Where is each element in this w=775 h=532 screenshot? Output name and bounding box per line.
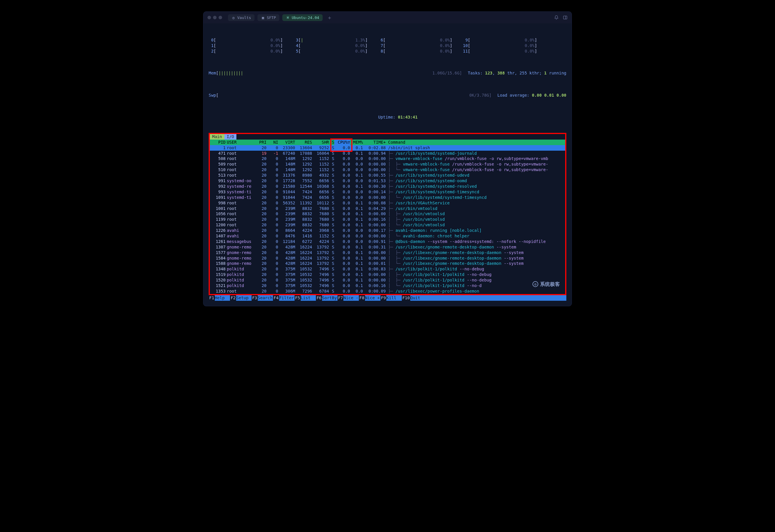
table-row[interactable]: 1056root200239M88327680S0.00.10:00.00│ ├…: [210, 211, 565, 217]
fkey-f1[interactable]: F1Help: [209, 295, 230, 301]
table-row[interactable]: 1226avahi200866442243968S0.00.00:00.17├─…: [210, 228, 565, 233]
tab-label: Vaults: [237, 15, 251, 20]
fkey-f10[interactable]: F10Quit: [402, 295, 426, 301]
fkey-f9[interactable]: F9Kill: [380, 295, 402, 301]
vault-icon: ◎: [232, 15, 236, 20]
fkey-f7[interactable]: F7Nice -: [338, 295, 359, 301]
fkey-f3[interactable]: F3Search: [252, 295, 273, 301]
tab-sftp[interactable]: ▣ SFTP: [258, 14, 279, 21]
table-row[interactable]: 1root20023300136049252S0.00.10:02.88/sbi…: [210, 145, 565, 151]
bell-icon[interactable]: [554, 15, 559, 20]
terminal-window: ◎ Vaults ▣ SFTP ⌘ Ubuntu-24.04 + 0[0.0%]…: [204, 12, 571, 306]
tasks-count: 123: [485, 70, 492, 76]
tasks-kthr: 255 kthr;: [519, 70, 542, 76]
table-row[interactable]: 1407avahi200847614161152S0.00.00:00.00│ …: [210, 233, 565, 239]
cpu-meter-1: 1[0.0%]: [209, 43, 293, 48]
load-label: Load average:: [497, 93, 529, 98]
swp-value: 0K/3.78G: [469, 93, 489, 98]
process-list-highlight: MainI/O PID USER PRI NI VIRT RES SHR S C…: [209, 133, 566, 295]
col-res[interactable]: RES: [295, 140, 312, 145]
table-row[interactable]: 513root2003137689804932S0.00.10:00.55├─ …: [210, 173, 565, 178]
col-pid[interactable]: PID: [210, 140, 226, 145]
panel-tabs: MainI/O: [210, 134, 565, 140]
tab-io[interactable]: I/O: [225, 134, 237, 140]
table-row[interactable]: 1520polkitd200375M105327496S0.00.10:00.0…: [210, 277, 565, 283]
table-row[interactable]: 991systemd-oo2001772875526656S0.00.00:01…: [210, 178, 565, 184]
col-pri[interactable]: PRI: [255, 140, 267, 145]
col-shr[interactable]: SHR: [312, 140, 329, 145]
mem-bar: ||||||||||: [219, 70, 243, 76]
tasks-label: Tasks:: [468, 70, 483, 76]
table-row[interactable]: 1261messagebus2001218462724224S0.00.00:0…: [210, 239, 565, 244]
load-values: 0.00 0.01 0.00: [532, 93, 566, 98]
tasks-running: 1: [544, 70, 546, 76]
col-user[interactable]: USER: [226, 140, 255, 145]
cpu-meter-7: 7[0.0%]: [378, 43, 463, 48]
fkey-f8[interactable]: F8Nice +: [359, 295, 380, 301]
table-row[interactable]: 1307gnome-remo200428M1622413792S0.00.10:…: [210, 244, 565, 250]
close-icon[interactable]: [208, 16, 211, 19]
minimize-icon[interactable]: [213, 16, 217, 19]
swp-label: Swp: [209, 93, 216, 98]
table-row[interactable]: 1353root200306M72966784S0.00.00:00.09├─ …: [210, 288, 565, 294]
table-row[interactable]: 471root19-1672401708816064S0.00.10:00.94…: [210, 151, 565, 156]
fkey-f6[interactable]: F6SortBy: [316, 295, 337, 301]
mem-value: 1.06G/15.6G: [432, 71, 460, 75]
col-time[interactable]: TIME+: [363, 140, 386, 145]
table-row[interactable]: 1001root200239M88327680S0.00.10:04.29├─ …: [210, 206, 565, 211]
table-row[interactable]: 1588gnome-remo200428M1622413792S0.00.10:…: [210, 261, 565, 266]
table-row[interactable]: 1348polkitd200375M105327496S0.00.10:00.8…: [210, 266, 565, 272]
table-row[interactable]: 1091systemd-ti2009104474246656S0.00.00:0…: [210, 195, 565, 200]
col-s[interactable]: S: [329, 140, 334, 145]
terminal-icon: ⌘: [286, 15, 290, 20]
mem-label: Mem: [209, 71, 216, 75]
uptime-label: Uptime:: [378, 114, 395, 120]
table-row[interactable]: 992systemd-re200215801254410368S0.00.10:…: [210, 184, 565, 189]
tab-label: Ubuntu-24.04: [292, 15, 319, 20]
cpu-meter-10: 10[0.0%]: [463, 43, 548, 48]
meters: 0[0.0%] 3[|1.3%] 6[0.0%] 9[0.0%] 1[0.0%]…: [209, 26, 566, 131]
table-row[interactable]: 510root200148M12921152S0.00.00:00.00│ └─…: [210, 167, 565, 173]
table-row[interactable]: 1519polkitd200375M105327496S0.00.10:00.0…: [210, 272, 565, 277]
table-row[interactable]: 998root200563521139210112S0.00.10:00.08├…: [210, 200, 565, 206]
process-rows: 1root20023300136049252S0.00.10:02.88/sbi…: [210, 145, 565, 294]
table-row[interactable]: 1200root200239M88327680S0.00.10:00.00│ └…: [210, 222, 565, 228]
fkey-f5[interactable]: F5List: [295, 295, 316, 301]
cpu-meter-8: 8[0.0%]: [378, 48, 463, 54]
fkey-f4[interactable]: F4Filter: [273, 295, 294, 301]
maximize-icon[interactable]: [219, 16, 222, 19]
cpu-meter-2: 2[0.0%]: [209, 48, 293, 54]
table-row[interactable]: 1199root200239M88327680S0.00.10:00.16│ ├…: [210, 217, 565, 222]
uptime-value: 01:43:41: [398, 114, 417, 120]
titlebar: ◎ Vaults ▣ SFTP ⌘ Ubuntu-24.04 +: [204, 12, 571, 23]
cpu-meter-3: 3[|1.3%]: [293, 37, 378, 43]
col-mem[interactable]: MEM%: [350, 140, 363, 145]
window-controls: [208, 16, 222, 19]
col-cpu[interactable]: CPU%▽: [334, 140, 350, 145]
panel-icon[interactable]: [563, 15, 567, 20]
tab-vaults[interactable]: ◎ Vaults: [228, 14, 255, 21]
svg-rect-0: [563, 16, 567, 19]
fkeys-bar: F1Help F2Setup F3SearchF4FilterF5List F6…: [209, 295, 566, 301]
table-row[interactable]: 508root200148M12921152S0.00.00:00.00├─ v…: [210, 156, 565, 161]
table-row[interactable]: 1577gnome-remo200428M1622413792S0.00.10:…: [210, 250, 565, 255]
cpu-meter-4: 4[0.0%]: [293, 43, 378, 48]
column-headers[interactable]: PID USER PRI NI VIRT RES SHR S CPU%▽ MEM…: [210, 140, 565, 145]
table-row[interactable]: 1584gnome-remo200428M1622413792S0.00.10:…: [210, 255, 565, 261]
table-row[interactable]: 993systemd-ti2009104474246656S0.00.00:00…: [210, 189, 565, 195]
cpu-meter-11: 11[0.0%]: [463, 48, 548, 54]
fkey-f2[interactable]: F2Setup: [230, 295, 251, 301]
folder-icon: ▣: [261, 15, 265, 20]
tab-ubuntu[interactable]: ⌘ Ubuntu-24.04: [282, 14, 323, 21]
add-tab-button[interactable]: +: [326, 15, 333, 21]
tab-main[interactable]: Main: [210, 134, 225, 140]
table-row[interactable]: 509root200148M12921152S0.00.00:00.00│ ├─…: [210, 161, 565, 167]
col-cmd[interactable]: Command: [386, 140, 565, 145]
htop-output: 0[0.0%] 3[|1.3%] 6[0.0%] 9[0.0%] 1[0.0%]…: [204, 23, 571, 306]
col-ni[interactable]: NI: [267, 140, 278, 145]
table-row[interactable]: 1521polkitd200375M105327496S0.00.10:00.1…: [210, 283, 565, 288]
cpu-meter-5: 5[0.0%]: [293, 48, 378, 54]
cpu-meter-9: 9[0.0%]: [463, 37, 548, 43]
cpu-meter-0: 0[0.0%]: [209, 37, 293, 43]
col-virt[interactable]: VIRT: [278, 140, 295, 145]
